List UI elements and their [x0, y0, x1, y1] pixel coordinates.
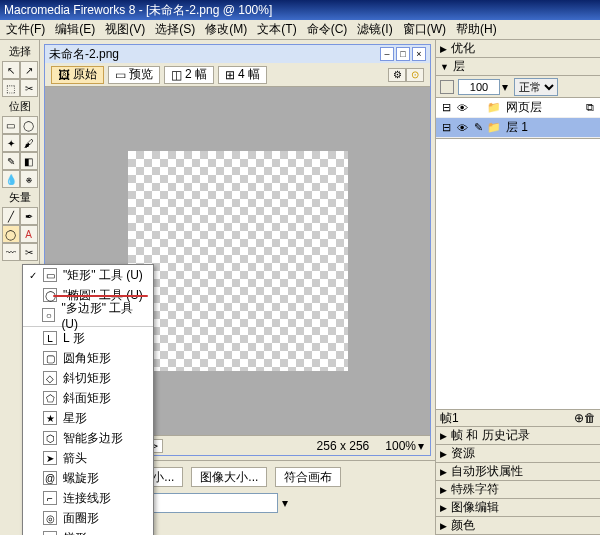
panel-color[interactable]: ▶颜色 — [436, 517, 600, 535]
tab-four-up[interactable]: ⊞4 幅 — [218, 66, 267, 84]
tab-two-up[interactable]: ◫2 幅 — [164, 66, 214, 84]
frames-tab[interactable]: 帧1 ⊕ 🗑 — [436, 409, 600, 427]
canvas[interactable] — [128, 151, 348, 371]
shape-tool-flyout: ✓▭"矩形" 工具 (U) ◯"椭圆" 工具 (U) ○"多边形" 工具 (U)… — [22, 264, 154, 535]
menu-edit[interactable]: 编辑(E) — [55, 21, 95, 38]
panel-imgedit[interactable]: ▶图像编辑 — [436, 499, 600, 517]
tab-original[interactable]: 🖼原始 — [51, 66, 104, 84]
menu-view[interactable]: 视图(V) — [105, 21, 145, 38]
layer-lock-icon[interactable] — [440, 80, 454, 94]
zoom-level[interactable]: 100% — [385, 439, 416, 453]
panel-frames[interactable]: ▶帧 和 历史记录 — [436, 427, 600, 445]
tab-preview[interactable]: ▭预览 — [108, 66, 160, 84]
flyout-connector[interactable]: ⌐连接线形 — [23, 488, 153, 508]
flyout-chamfer[interactable]: ⬠斜面矩形 — [23, 388, 153, 408]
flyout-lshape[interactable]: 𝖫L 形 — [23, 328, 153, 348]
line-tool[interactable]: ╱ — [2, 207, 20, 225]
pencil-icon[interactable]: ✎ — [470, 120, 486, 136]
panel-layers[interactable]: ▼层 — [436, 58, 600, 76]
settings-icon[interactable]: ⊙ — [406, 68, 424, 82]
crop-tool[interactable]: ✂ — [20, 79, 38, 97]
image-size-button[interactable]: 图像大小... — [191, 467, 267, 487]
expand-icon[interactable]: ⊟ — [438, 100, 454, 116]
knife-tool[interactable]: ✂ — [20, 243, 38, 261]
subselect-tool[interactable]: ↗ — [20, 61, 38, 79]
panel-chars[interactable]: ▶特殊字符 — [436, 481, 600, 499]
menu-bar: 文件(F) 编辑(E) 视图(V) 选择(S) 修改(M) 文本(T) 命令(C… — [0, 20, 600, 40]
panel-assets[interactable]: ▶资源 — [436, 445, 600, 463]
section-select: 选择 — [9, 44, 31, 59]
flyout-spiral[interactable]: @螺旋形 — [23, 468, 153, 488]
menu-commands[interactable]: 命令(C) — [307, 21, 348, 38]
menu-file[interactable]: 文件(F) — [6, 21, 45, 38]
folder-icon: 📁 — [486, 100, 502, 116]
doc-close-button[interactable]: × — [412, 47, 426, 61]
share-icon[interactable]: ⧉ — [582, 100, 598, 116]
lasso-tool[interactable]: ◯ — [20, 116, 38, 134]
pointer-tool[interactable]: ↖ — [2, 61, 20, 79]
flyout-arrow[interactable]: ➤箭头 — [23, 448, 153, 468]
flyout-pie[interactable]: ◔饼形 — [23, 528, 153, 535]
pencil-tool[interactable]: ✎ — [2, 152, 20, 170]
section-vector: 矢量 — [9, 190, 31, 205]
freeform-tool[interactable]: 〰 — [2, 243, 20, 261]
canvas-dimensions: 256 x 256 — [317, 439, 370, 453]
menu-window[interactable]: 窗口(W) — [403, 21, 446, 38]
menu-filters[interactable]: 滤镜(I) — [357, 21, 392, 38]
layer-row-1[interactable]: ⊟ 👁 ✎ 📁 层 1 — [436, 118, 600, 138]
flyout-roundrect[interactable]: ▢圆角矩形 — [23, 348, 153, 368]
panel-optimize[interactable]: ▶优化 — [436, 40, 600, 58]
eye-icon[interactable]: 👁 — [454, 120, 470, 136]
eraser-tool[interactable]: ◧ — [20, 152, 38, 170]
expand-icon[interactable]: ⊟ — [438, 120, 454, 136]
menu-select[interactable]: 选择(S) — [155, 21, 195, 38]
text-tool[interactable]: A — [20, 225, 38, 243]
menu-modify[interactable]: 修改(M) — [205, 21, 247, 38]
blend-mode-select[interactable]: 正常 — [514, 78, 558, 96]
scale-tool[interactable]: ⬚ — [2, 79, 20, 97]
flyout-bevel[interactable]: ◇斜切矩形 — [23, 368, 153, 388]
doc-minimize-button[interactable]: – — [380, 47, 394, 61]
section-bitmap: 位图 — [9, 99, 31, 114]
stamp-tool[interactable]: ⎈ — [20, 170, 38, 188]
opacity-input[interactable] — [458, 79, 500, 95]
new-layer-icon[interactable]: ⊕ — [574, 411, 584, 425]
document-title: 未命名-2.png — [49, 46, 378, 63]
brush-tool[interactable]: 🖌 — [20, 134, 38, 152]
trash-icon[interactable]: 🗑 — [584, 411, 596, 425]
annotation-underline-icon — [53, 295, 148, 297]
eye-icon[interactable]: 👁 — [454, 100, 470, 116]
doc-maximize-button[interactable]: □ — [396, 47, 410, 61]
app-title: Macromedia Fireworks 8 - [未命名-2.png @ 10… — [4, 2, 596, 19]
window-titlebar: Macromedia Fireworks 8 - [未命名-2.png @ 10… — [0, 0, 600, 20]
shape-tool[interactable]: ◯ — [2, 225, 20, 243]
marquee-tool[interactable]: ▭ — [2, 116, 20, 134]
flyout-polygon[interactable]: ○"多边形" 工具 (U) — [23, 305, 153, 325]
folder-icon: 📁 — [486, 120, 502, 136]
fit-canvas-button[interactable]: 符合画布 — [275, 467, 341, 487]
flyout-smartpoly[interactable]: ⬡智能多边形 — [23, 428, 153, 448]
blur-tool[interactable]: 💧 — [2, 170, 20, 188]
export-icon[interactable]: ⚙ — [388, 68, 406, 82]
layer-row-web[interactable]: ⊟ 👁 📁 网页层 ⧉ — [436, 98, 600, 118]
panel-shapes[interactable]: ▶自动形状属性 — [436, 463, 600, 481]
flyout-star[interactable]: ★星形 — [23, 408, 153, 428]
wand-tool[interactable]: ✦ — [2, 134, 20, 152]
flyout-donut[interactable]: ◎面圈形 — [23, 508, 153, 528]
flyout-rectangle[interactable]: ✓▭"矩形" 工具 (U) — [23, 265, 153, 285]
menu-text[interactable]: 文本(T) — [257, 21, 296, 38]
right-panels: ▶优化 ▼层 ▾ 正常 ⊟ 👁 📁 网页层 ⧉ ⊟ 👁 ✎ 📁 层 1 — [435, 40, 600, 535]
menu-help[interactable]: 帮助(H) — [456, 21, 497, 38]
pen-tool[interactable]: ✒ — [20, 207, 38, 225]
